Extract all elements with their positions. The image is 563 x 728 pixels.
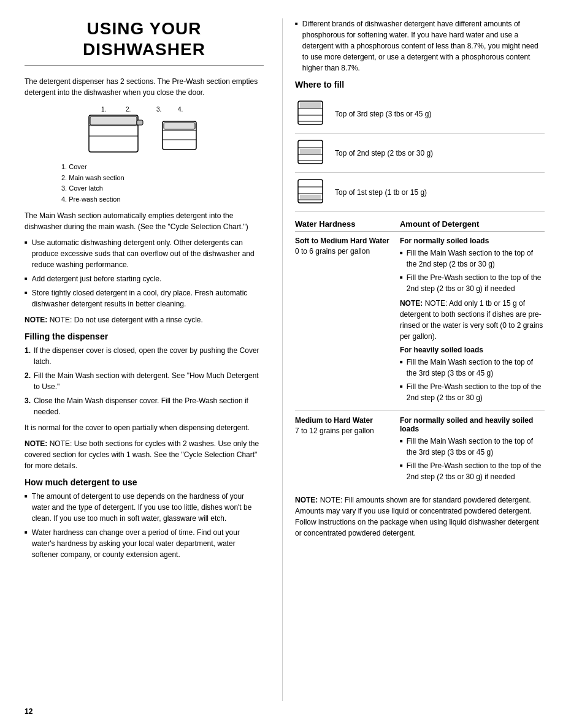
how-much-bullet-1: The amount of detergent to use depends o… [25, 491, 264, 524]
bullet-1: Use automatic dishwashing detergent only… [25, 237, 264, 270]
filling-title: Filling the dispenser [25, 332, 264, 341]
diagram-label-3: 3. Cover latch [61, 183, 264, 194]
filling-steps: 1.If the dispenser cover is closed, open… [25, 345, 264, 417]
soft-heavy-bullet-2: Fill the Pre-Wash section to the top of … [400, 381, 545, 403]
svg-text:2.: 2. [126, 106, 131, 113]
diagram-label-1: 1. Cover [61, 162, 264, 173]
water-type-soft: Soft to Medium Hard Water [295, 237, 395, 245]
hard-bullet-2: Fill the Pre-Wash section to the top of … [400, 460, 545, 482]
bullet-2: Add detergent just before starting cycle… [25, 273, 264, 284]
title-line2: DISHWASHER [83, 40, 205, 59]
diagram-labels: 1. Cover 2. Main wash section 3. Cover l… [61, 162, 264, 205]
page-number: 12 [0, 701, 563, 716]
hardness-col2-hard: For normally soiled and heavily soiled l… [400, 416, 545, 485]
step-2: 2.Fill the Main Wash section with deterg… [25, 370, 264, 392]
page-title: USING YOUR DISHWASHER [25, 18, 264, 59]
title-divider [25, 66, 264, 66]
svg-rect-23 [298, 180, 323, 203]
fill-row-3-text: Top of 3rd step (3 tbs or 45 g) [335, 110, 431, 118]
hard-bullet-1: Fill the Main Wash section to the top of… [400, 436, 545, 458]
hardness-header: Water Hardness Amount of Detergent [295, 219, 545, 229]
bullet-3: Store tightly closed detergent in a cool… [25, 287, 264, 309]
title-line1: USING YOUR [87, 19, 202, 38]
page: USING YOUR DISHWASHER The detergent disp… [0, 0, 563, 728]
hardness-col1-hard: Medium to Hard Water 7 to 12 grains per … [295, 416, 400, 485]
soft-heavy-bullet-1: Fill the Main Wash section to the top of… [400, 357, 545, 379]
fill-row-2: Top of 2nd step (2 tbs or 30 g) [295, 134, 545, 173]
hardness-col1-header: Water Hardness [295, 219, 400, 229]
fill-icon-1 [295, 176, 329, 208]
intro-text: The detergent dispenser has 2 sections. … [25, 76, 264, 98]
svg-rect-22 [300, 149, 321, 154]
svg-rect-12 [164, 123, 195, 129]
fill-icon-2 [295, 137, 329, 169]
note-1: NOTE: NOTE: Do not use detergent with a … [25, 314, 264, 325]
diagram-area: 1. 2. 3. 4. [25, 104, 264, 159]
partial-open-text: It is normal for the cover to open parti… [25, 422, 264, 433]
hardness-col1-soft: Soft to Medium Hard Water 0 to 6 grains … [295, 237, 400, 406]
step-3: 3.Close the Main Wash dispenser cover. F… [25, 395, 264, 417]
where-to-fill-title: Where to fill [295, 80, 545, 89]
fill-row-3: Top of 3rd step (3 tbs or 45 g) [295, 94, 545, 134]
svg-rect-8 [137, 120, 143, 125]
grains-hard: 7 to 12 grains per gallon [295, 427, 395, 435]
load-type-heavy-soft: For heavily soiled loads [400, 346, 545, 354]
main-wash-text: The Main Wash section automatically empt… [25, 210, 264, 232]
svg-text:3.: 3. [156, 106, 161, 113]
soft-normal-bullet-1: Fill the Main Wash section to the top of… [400, 248, 545, 270]
svg-text:4.: 4. [178, 106, 183, 113]
soft-note: NOTE: NOTE: Add only 1 tb or 15 g of det… [400, 298, 545, 342]
svg-text:1.: 1. [101, 106, 106, 113]
hardness-row-soft: Soft to Medium Hard Water 0 to 6 grains … [295, 231, 545, 411]
hardness-col2-soft: For normally soiled loads Fill the Main … [400, 237, 545, 406]
water-type-hard: Medium to Hard Water [295, 416, 395, 425]
how-much-bullet-2: Water hardness can change over a period … [25, 527, 264, 560]
right-column: Different brands of dishwasher detergent… [282, 18, 563, 701]
step-1: 1.If the dispenser cover is closed, open… [25, 345, 264, 367]
svg-rect-27 [300, 195, 321, 199]
fill-row-2-text: Top of 2nd step (2 tbs or 30 g) [335, 149, 433, 157]
note-2: NOTE: NOTE: Use both sections for cycles… [25, 438, 264, 471]
soft-normal-bullet-2: Fill the Pre-Wash section to the top of … [400, 272, 545, 294]
how-much-bullets: The amount of detergent to use depends o… [25, 491, 264, 560]
fill-icon-3 [295, 98, 329, 129]
grains-soft: 0 to 6 grains per gallon [295, 247, 395, 256]
hardness-col2-header: Amount of Detergent [400, 219, 545, 229]
load-type-hard: For normally soiled and heavily soiled l… [400, 416, 545, 433]
svg-rect-7 [90, 116, 137, 125]
svg-rect-17 [300, 102, 321, 108]
left-column: USING YOUR DISHWASHER The detergent disp… [0, 18, 282, 701]
dispenser-diagram: 1. 2. 3. 4. [64, 104, 224, 159]
hardness-row-hard: Medium to Hard Water 7 to 12 grains per … [295, 411, 545, 490]
how-much-title: How much detergent to use [25, 477, 264, 487]
note-bottom: NOTE: NOTE: Fill amounts shown are for s… [295, 495, 545, 539]
fill-row-1: Top of 1st step (1 tb or 15 g) [295, 173, 545, 212]
main-bullets: Use automatic dishwashing detergent only… [25, 237, 264, 309]
diagram-label-2: 2. Main wash section [61, 173, 264, 184]
fill-row-1-text: Top of 1st step (1 tb or 15 g) [335, 188, 427, 197]
diagram-label-4: 4. Pre-wash section [61, 194, 264, 205]
right-intro-bullet: Different brands of dishwasher detergent… [295, 18, 545, 74]
load-type-normal-soft: For normally soiled loads [400, 237, 545, 245]
